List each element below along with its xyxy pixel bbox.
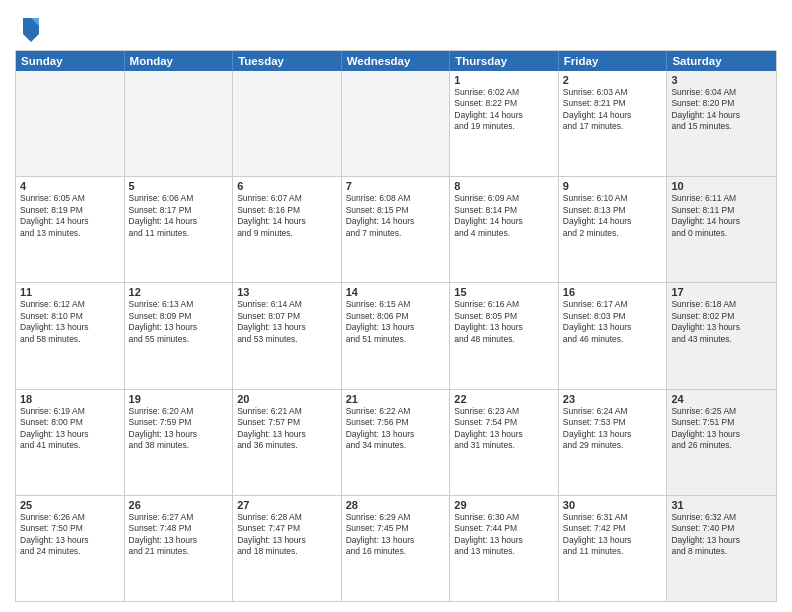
day-info: Sunrise: 6:20 AM Sunset: 7:59 PM Dayligh…	[129, 406, 229, 452]
day-info: Sunrise: 6:24 AM Sunset: 7:53 PM Dayligh…	[563, 406, 663, 452]
calendar-cell: 15Sunrise: 6:16 AM Sunset: 8:05 PM Dayli…	[450, 283, 559, 388]
day-number: 5	[129, 180, 229, 192]
day-info: Sunrise: 6:05 AM Sunset: 8:19 PM Dayligh…	[20, 193, 120, 239]
calendar-cell: 21Sunrise: 6:22 AM Sunset: 7:56 PM Dayli…	[342, 390, 451, 495]
day-info: Sunrise: 6:22 AM Sunset: 7:56 PM Dayligh…	[346, 406, 446, 452]
day-number: 30	[563, 499, 663, 511]
day-number: 11	[20, 286, 120, 298]
day-info: Sunrise: 6:10 AM Sunset: 8:13 PM Dayligh…	[563, 193, 663, 239]
header	[15, 10, 777, 42]
day-number: 25	[20, 499, 120, 511]
calendar-row: 1Sunrise: 6:02 AM Sunset: 8:22 PM Daylig…	[16, 71, 776, 176]
day-number: 17	[671, 286, 772, 298]
calendar-cell: 27Sunrise: 6:28 AM Sunset: 7:47 PM Dayli…	[233, 496, 342, 601]
day-info: Sunrise: 6:19 AM Sunset: 8:00 PM Dayligh…	[20, 406, 120, 452]
calendar-cell: 11Sunrise: 6:12 AM Sunset: 8:10 PM Dayli…	[16, 283, 125, 388]
day-number: 10	[671, 180, 772, 192]
day-info: Sunrise: 6:15 AM Sunset: 8:06 PM Dayligh…	[346, 299, 446, 345]
calendar-header-cell: Sunday	[16, 51, 125, 71]
calendar-header-cell: Saturday	[667, 51, 776, 71]
day-info: Sunrise: 6:27 AM Sunset: 7:48 PM Dayligh…	[129, 512, 229, 558]
calendar-cell: 7Sunrise: 6:08 AM Sunset: 8:15 PM Daylig…	[342, 177, 451, 282]
calendar-cell: 6Sunrise: 6:07 AM Sunset: 8:16 PM Daylig…	[233, 177, 342, 282]
day-number: 26	[129, 499, 229, 511]
day-info: Sunrise: 6:18 AM Sunset: 8:02 PM Dayligh…	[671, 299, 772, 345]
day-info: Sunrise: 6:09 AM Sunset: 8:14 PM Dayligh…	[454, 193, 554, 239]
day-number: 7	[346, 180, 446, 192]
calendar-row: 4Sunrise: 6:05 AM Sunset: 8:19 PM Daylig…	[16, 176, 776, 282]
day-number: 3	[671, 74, 772, 86]
calendar-cell: 4Sunrise: 6:05 AM Sunset: 8:19 PM Daylig…	[16, 177, 125, 282]
calendar-body: 1Sunrise: 6:02 AM Sunset: 8:22 PM Daylig…	[16, 71, 776, 601]
day-number: 1	[454, 74, 554, 86]
day-info: Sunrise: 6:30 AM Sunset: 7:44 PM Dayligh…	[454, 512, 554, 558]
calendar-cell: 23Sunrise: 6:24 AM Sunset: 7:53 PM Dayli…	[559, 390, 668, 495]
day-info: Sunrise: 6:13 AM Sunset: 8:09 PM Dayligh…	[129, 299, 229, 345]
calendar-cell: 3Sunrise: 6:04 AM Sunset: 8:20 PM Daylig…	[667, 71, 776, 176]
day-info: Sunrise: 6:31 AM Sunset: 7:42 PM Dayligh…	[563, 512, 663, 558]
day-info: Sunrise: 6:02 AM Sunset: 8:22 PM Dayligh…	[454, 87, 554, 133]
calendar-cell: 18Sunrise: 6:19 AM Sunset: 8:00 PM Dayli…	[16, 390, 125, 495]
calendar-cell: 26Sunrise: 6:27 AM Sunset: 7:48 PM Dayli…	[125, 496, 234, 601]
calendar-cell: 31Sunrise: 6:32 AM Sunset: 7:40 PM Dayli…	[667, 496, 776, 601]
day-info: Sunrise: 6:17 AM Sunset: 8:03 PM Dayligh…	[563, 299, 663, 345]
day-number: 22	[454, 393, 554, 405]
calendar-header-cell: Wednesday	[342, 51, 451, 71]
calendar-cell: 29Sunrise: 6:30 AM Sunset: 7:44 PM Dayli…	[450, 496, 559, 601]
calendar-cell	[16, 71, 125, 176]
day-info: Sunrise: 6:11 AM Sunset: 8:11 PM Dayligh…	[671, 193, 772, 239]
calendar-header-cell: Tuesday	[233, 51, 342, 71]
day-number: 9	[563, 180, 663, 192]
day-info: Sunrise: 6:04 AM Sunset: 8:20 PM Dayligh…	[671, 87, 772, 133]
day-number: 28	[346, 499, 446, 511]
day-number: 16	[563, 286, 663, 298]
day-number: 15	[454, 286, 554, 298]
day-info: Sunrise: 6:29 AM Sunset: 7:45 PM Dayligh…	[346, 512, 446, 558]
page: SundayMondayTuesdayWednesdayThursdayFrid…	[0, 0, 792, 612]
calendar-cell: 10Sunrise: 6:11 AM Sunset: 8:11 PM Dayli…	[667, 177, 776, 282]
calendar-cell: 12Sunrise: 6:13 AM Sunset: 8:09 PM Dayli…	[125, 283, 234, 388]
calendar-cell: 9Sunrise: 6:10 AM Sunset: 8:13 PM Daylig…	[559, 177, 668, 282]
day-info: Sunrise: 6:32 AM Sunset: 7:40 PM Dayligh…	[671, 512, 772, 558]
day-info: Sunrise: 6:12 AM Sunset: 8:10 PM Dayligh…	[20, 299, 120, 345]
day-number: 8	[454, 180, 554, 192]
calendar-header: SundayMondayTuesdayWednesdayThursdayFrid…	[16, 51, 776, 71]
calendar-cell: 24Sunrise: 6:25 AM Sunset: 7:51 PM Dayli…	[667, 390, 776, 495]
calendar-cell: 25Sunrise: 6:26 AM Sunset: 7:50 PM Dayli…	[16, 496, 125, 601]
day-number: 27	[237, 499, 337, 511]
calendar-header-cell: Thursday	[450, 51, 559, 71]
day-number: 31	[671, 499, 772, 511]
day-info: Sunrise: 6:16 AM Sunset: 8:05 PM Dayligh…	[454, 299, 554, 345]
day-number: 13	[237, 286, 337, 298]
calendar-cell: 13Sunrise: 6:14 AM Sunset: 8:07 PM Dayli…	[233, 283, 342, 388]
calendar-cell: 8Sunrise: 6:09 AM Sunset: 8:14 PM Daylig…	[450, 177, 559, 282]
calendar-cell: 28Sunrise: 6:29 AM Sunset: 7:45 PM Dayli…	[342, 496, 451, 601]
day-number: 19	[129, 393, 229, 405]
day-number: 14	[346, 286, 446, 298]
calendar-cell	[125, 71, 234, 176]
day-number: 20	[237, 393, 337, 405]
calendar-header-cell: Friday	[559, 51, 668, 71]
day-number: 6	[237, 180, 337, 192]
day-number: 24	[671, 393, 772, 405]
logo	[15, 14, 43, 42]
day-info: Sunrise: 6:21 AM Sunset: 7:57 PM Dayligh…	[237, 406, 337, 452]
day-info: Sunrise: 6:28 AM Sunset: 7:47 PM Dayligh…	[237, 512, 337, 558]
calendar-cell: 30Sunrise: 6:31 AM Sunset: 7:42 PM Dayli…	[559, 496, 668, 601]
calendar-row: 18Sunrise: 6:19 AM Sunset: 8:00 PM Dayli…	[16, 389, 776, 495]
calendar-cell	[233, 71, 342, 176]
calendar-cell: 16Sunrise: 6:17 AM Sunset: 8:03 PM Dayli…	[559, 283, 668, 388]
day-info: Sunrise: 6:08 AM Sunset: 8:15 PM Dayligh…	[346, 193, 446, 239]
day-number: 2	[563, 74, 663, 86]
calendar-row: 11Sunrise: 6:12 AM Sunset: 8:10 PM Dayli…	[16, 282, 776, 388]
calendar-cell: 5Sunrise: 6:06 AM Sunset: 8:17 PM Daylig…	[125, 177, 234, 282]
logo-icon	[19, 14, 43, 42]
day-number: 12	[129, 286, 229, 298]
calendar-cell: 14Sunrise: 6:15 AM Sunset: 8:06 PM Dayli…	[342, 283, 451, 388]
calendar: SundayMondayTuesdayWednesdayThursdayFrid…	[15, 50, 777, 602]
day-info: Sunrise: 6:07 AM Sunset: 8:16 PM Dayligh…	[237, 193, 337, 239]
calendar-cell: 1Sunrise: 6:02 AM Sunset: 8:22 PM Daylig…	[450, 71, 559, 176]
day-number: 18	[20, 393, 120, 405]
day-number: 4	[20, 180, 120, 192]
day-info: Sunrise: 6:23 AM Sunset: 7:54 PM Dayligh…	[454, 406, 554, 452]
